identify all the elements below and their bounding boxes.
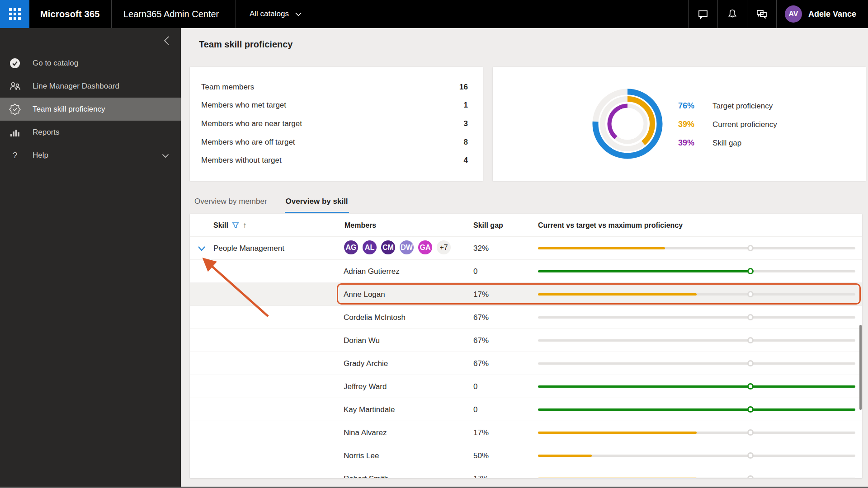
avatar-ag[interactable]: AG — [343, 239, 359, 256]
column-header-members[interactable]: Members — [344, 214, 376, 237]
member-avatars: AGALCMDWGA+7 — [343, 239, 454, 256]
member-skill-gap: 50% — [473, 444, 489, 467]
vertical-scrollbar[interactable] — [859, 325, 862, 410]
summary-stat-row: Members who are near target 3 — [201, 119, 468, 128]
stat-label: Members who are near target — [201, 119, 302, 128]
bar-current-fill — [538, 247, 665, 249]
table-row-grady-archie[interactable]: Grady Archie 67% — [190, 352, 862, 375]
sidebar-collapse-button[interactable] — [160, 34, 173, 47]
sidebar-item-label: Team skill proficiency — [33, 105, 105, 114]
skill-name: People Management — [213, 237, 284, 260]
target-marker — [747, 268, 754, 274]
sidebar-item-help[interactable]: ? Help — [0, 144, 181, 167]
legend-label: Target proficiency — [712, 102, 773, 111]
sidebar-item-label: Help — [33, 151, 48, 160]
bar-current-fill — [538, 478, 697, 478]
chevron-down-icon — [295, 12, 302, 16]
member-name: Cordelia McIntosh — [344, 306, 406, 329]
legend-row: 39% Current proficiency — [678, 115, 777, 134]
member-skill-gap: 17% — [473, 421, 489, 444]
proficiency-bar — [538, 306, 855, 329]
legend-value: 76% — [678, 101, 706, 111]
member-skill-gap: 0 — [473, 398, 477, 421]
member-name: Norris Lee — [344, 444, 379, 467]
main-content: Team skill proficiency Team members 16 M… — [181, 28, 868, 488]
stat-label: Team members — [201, 83, 254, 92]
summary-stat-row: Members who met target 1 — [201, 101, 468, 110]
member-name: Dorian Wu — [344, 329, 380, 352]
table-row-norris-lee[interactable]: Norris Lee 50% — [190, 444, 862, 467]
target-marker — [747, 452, 754, 459]
member-name: Nina Alvarez — [344, 421, 387, 444]
legend-value: 39% — [678, 120, 706, 129]
catalog-check-icon — [8, 57, 22, 69]
skill-gap-arc — [609, 106, 627, 138]
stat-label: Members who met target — [201, 101, 286, 110]
app-launcher-button[interactable] — [0, 0, 29, 28]
legend-label: Skill gap — [712, 139, 741, 148]
table-row-jeffrey-ward[interactable]: Jeffrey Ward 0 — [190, 375, 862, 398]
proficiency-bar — [538, 237, 855, 260]
bar-chart-icon — [8, 127, 22, 138]
notifications-button[interactable] — [718, 0, 747, 28]
stat-value: 16 — [459, 83, 468, 92]
target-marker — [747, 475, 754, 478]
target-marker — [747, 314, 754, 320]
table-row-adrian-gutierrez[interactable]: Adrian Gutierrez 0 — [190, 260, 862, 283]
table-row-anne-logan[interactable]: Anne Logan 17% — [190, 283, 862, 306]
column-header-skill[interactable]: Skill ↑ — [213, 214, 246, 237]
tab-overview-by-member[interactable]: Overview by member — [193, 193, 268, 213]
summary-stat-row: Members who are off target 8 — [201, 138, 468, 147]
badge-check-icon — [8, 103, 22, 115]
catalog-selector-label: All catalogs — [250, 9, 289, 19]
table-row-dorian-wu[interactable]: Dorian Wu 67% — [190, 329, 862, 352]
avatar-cm[interactable]: CM — [380, 239, 396, 256]
chat-button[interactable] — [689, 0, 717, 28]
column-header-skill-gap[interactable]: Skill gap — [473, 214, 503, 237]
brand-microsoft-365[interactable]: Microsoft 365 — [29, 0, 111, 28]
expand-chevron-people-management[interactable] — [197, 244, 207, 253]
team-summary-card: Team members 16 Members who met target 1… — [190, 67, 483, 181]
table-row-cordelia-mcintosh[interactable]: Cordelia McIntosh 67% — [190, 306, 862, 329]
stat-value: 3 — [464, 119, 468, 128]
bar-current-fill — [538, 293, 697, 296]
legend-label: Current proficiency — [712, 120, 777, 129]
member-rows: Adrian Gutierrez 0 Anne Logan 17% Cordel… — [190, 260, 862, 478]
member-name: Anne Logan — [344, 283, 385, 306]
member-name: Adrian Gutierrez — [344, 260, 400, 283]
feedback-button[interactable] — [747, 0, 776, 28]
question-icon: ? — [8, 150, 22, 161]
sidebar-item-line-manager-dashboard[interactable]: Line Manager Dashboard — [0, 75, 181, 98]
summary-stat-row: Members without target 4 — [201, 156, 468, 165]
stat-label: Members who are off target — [201, 138, 295, 147]
avatar-ga[interactable]: GA — [417, 239, 434, 256]
legend-value: 39% — [678, 138, 706, 148]
table-row-robert-smith[interactable]: Robert Smith 17% — [190, 467, 862, 478]
avatar-overflow-badge[interactable]: +7 — [435, 239, 452, 256]
user-avatar: AV — [785, 5, 802, 23]
page-title: Team skill proficiency — [199, 39, 293, 50]
table-row-kay-martindale[interactable]: Kay Martindale 0 — [190, 398, 862, 421]
table-header-row: Skill ↑ Members Skill gap Current vs tar… — [190, 214, 862, 237]
stat-value: 1 — [464, 101, 468, 110]
account-menu[interactable]: AV Adele Vance — [777, 0, 868, 28]
proficiency-bar — [538, 283, 855, 306]
tab-overview-by-skill[interactable]: Overview by skill — [285, 193, 349, 213]
table-row-nina-alvarez[interactable]: Nina Alvarez 17% — [190, 421, 862, 444]
filter-icon[interactable] — [232, 222, 239, 229]
sidebar-item-reports[interactable]: Reports — [0, 121, 181, 144]
app-title[interactable]: Learn365 Admin Center — [112, 0, 236, 28]
skill-group-row[interactable]: People Management AGALCMDWGA+7 32% — [190, 237, 862, 260]
sort-ascending-icon[interactable]: ↑ — [243, 221, 247, 230]
proficiency-bar — [538, 375, 855, 398]
avatar-dw[interactable]: DW — [398, 239, 415, 256]
sidebar: Go to catalog Line Manager Dashboard Tea… — [0, 28, 181, 488]
avatar-al[interactable]: AL — [361, 239, 378, 256]
sidebar-item-team-skill-proficiency[interactable]: Team skill proficiency — [0, 98, 181, 121]
bar-track — [538, 339, 855, 342]
catalog-selector[interactable]: All catalogs — [236, 0, 315, 28]
member-name: Robert Smith — [344, 467, 388, 478]
sidebar-item-go-to-catalog[interactable]: Go to catalog — [0, 52, 181, 75]
member-name: Grady Archie — [344, 352, 388, 375]
column-header-proficiency[interactable]: Current vs target vs maximum proficiency — [538, 214, 683, 237]
